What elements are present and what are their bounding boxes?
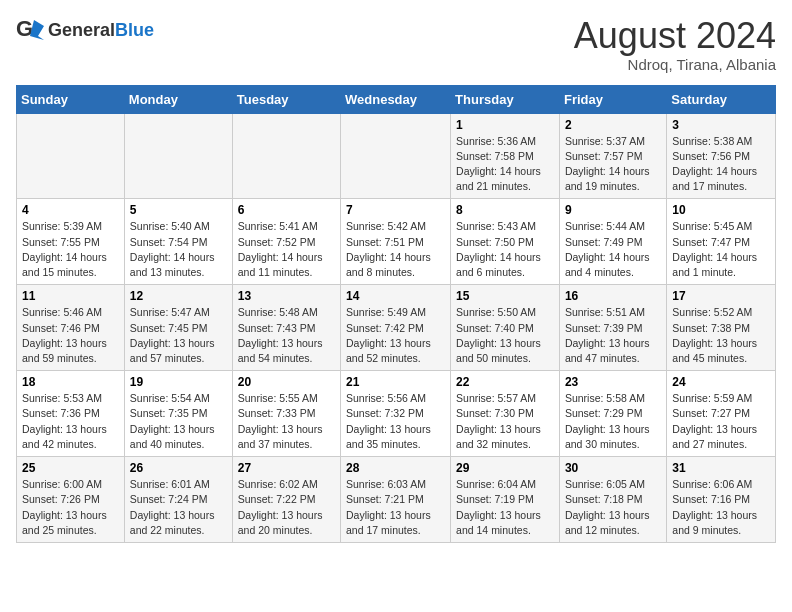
day-header-monday: Monday — [124, 85, 232, 113]
day-number: 18 — [22, 375, 119, 389]
calendar-cell: 28Sunrise: 6:03 AM Sunset: 7:21 PM Dayli… — [341, 457, 451, 543]
day-number: 2 — [565, 118, 661, 132]
svg-text:G: G — [16, 16, 33, 41]
calendar-cell: 6Sunrise: 5:41 AM Sunset: 7:52 PM Daylig… — [232, 199, 340, 285]
day-info: Sunrise: 6:02 AM Sunset: 7:22 PM Dayligh… — [238, 477, 335, 538]
day-number: 23 — [565, 375, 661, 389]
calendar-cell: 17Sunrise: 5:52 AM Sunset: 7:38 PM Dayli… — [667, 285, 776, 371]
calendar-cell: 7Sunrise: 5:42 AM Sunset: 7:51 PM Daylig… — [341, 199, 451, 285]
day-info: Sunrise: 5:52 AM Sunset: 7:38 PM Dayligh… — [672, 305, 770, 366]
calendar-cell: 18Sunrise: 5:53 AM Sunset: 7:36 PM Dayli… — [17, 371, 125, 457]
day-info: Sunrise: 5:41 AM Sunset: 7:52 PM Dayligh… — [238, 219, 335, 280]
day-number: 17 — [672, 289, 770, 303]
day-number: 20 — [238, 375, 335, 389]
day-number: 19 — [130, 375, 227, 389]
calendar-cell: 5Sunrise: 5:40 AM Sunset: 7:54 PM Daylig… — [124, 199, 232, 285]
calendar-week-row: 4Sunrise: 5:39 AM Sunset: 7:55 PM Daylig… — [17, 199, 776, 285]
day-info: Sunrise: 5:43 AM Sunset: 7:50 PM Dayligh… — [456, 219, 554, 280]
day-info: Sunrise: 6:04 AM Sunset: 7:19 PM Dayligh… — [456, 477, 554, 538]
calendar-cell: 9Sunrise: 5:44 AM Sunset: 7:49 PM Daylig… — [559, 199, 666, 285]
calendar-cell: 31Sunrise: 6:06 AM Sunset: 7:16 PM Dayli… — [667, 457, 776, 543]
logo-text-general: General — [48, 20, 115, 40]
day-header-wednesday: Wednesday — [341, 85, 451, 113]
calendar-cell: 1Sunrise: 5:36 AM Sunset: 7:58 PM Daylig… — [451, 113, 560, 199]
day-info: Sunrise: 5:45 AM Sunset: 7:47 PM Dayligh… — [672, 219, 770, 280]
calendar-cell — [341, 113, 451, 199]
calendar-table: SundayMondayTuesdayWednesdayThursdayFrid… — [16, 85, 776, 543]
day-header-sunday: Sunday — [17, 85, 125, 113]
day-info: Sunrise: 5:55 AM Sunset: 7:33 PM Dayligh… — [238, 391, 335, 452]
day-info: Sunrise: 5:38 AM Sunset: 7:56 PM Dayligh… — [672, 134, 770, 195]
day-number: 15 — [456, 289, 554, 303]
calendar-cell — [124, 113, 232, 199]
day-info: Sunrise: 6:01 AM Sunset: 7:24 PM Dayligh… — [130, 477, 227, 538]
day-number: 10 — [672, 203, 770, 217]
day-info: Sunrise: 5:36 AM Sunset: 7:58 PM Dayligh… — [456, 134, 554, 195]
calendar-cell: 15Sunrise: 5:50 AM Sunset: 7:40 PM Dayli… — [451, 285, 560, 371]
calendar-cell: 22Sunrise: 5:57 AM Sunset: 7:30 PM Dayli… — [451, 371, 560, 457]
day-info: Sunrise: 5:58 AM Sunset: 7:29 PM Dayligh… — [565, 391, 661, 452]
calendar-cell: 25Sunrise: 6:00 AM Sunset: 7:26 PM Dayli… — [17, 457, 125, 543]
calendar-cell: 12Sunrise: 5:47 AM Sunset: 7:45 PM Dayli… — [124, 285, 232, 371]
calendar-cell: 21Sunrise: 5:56 AM Sunset: 7:32 PM Dayli… — [341, 371, 451, 457]
day-info: Sunrise: 5:40 AM Sunset: 7:54 PM Dayligh… — [130, 219, 227, 280]
calendar-cell: 2Sunrise: 5:37 AM Sunset: 7:57 PM Daylig… — [559, 113, 666, 199]
day-number: 24 — [672, 375, 770, 389]
day-number: 4 — [22, 203, 119, 217]
month-year-title: August 2024 — [574, 16, 776, 56]
calendar-cell: 26Sunrise: 6:01 AM Sunset: 7:24 PM Dayli… — [124, 457, 232, 543]
day-number: 25 — [22, 461, 119, 475]
calendar-week-row: 1Sunrise: 5:36 AM Sunset: 7:58 PM Daylig… — [17, 113, 776, 199]
day-info: Sunrise: 5:48 AM Sunset: 7:43 PM Dayligh… — [238, 305, 335, 366]
calendar-cell: 20Sunrise: 5:55 AM Sunset: 7:33 PM Dayli… — [232, 371, 340, 457]
day-info: Sunrise: 5:51 AM Sunset: 7:39 PM Dayligh… — [565, 305, 661, 366]
day-number: 29 — [456, 461, 554, 475]
day-number: 7 — [346, 203, 445, 217]
day-info: Sunrise: 5:49 AM Sunset: 7:42 PM Dayligh… — [346, 305, 445, 366]
calendar-cell: 29Sunrise: 6:04 AM Sunset: 7:19 PM Dayli… — [451, 457, 560, 543]
day-info: Sunrise: 6:03 AM Sunset: 7:21 PM Dayligh… — [346, 477, 445, 538]
calendar-cell: 8Sunrise: 5:43 AM Sunset: 7:50 PM Daylig… — [451, 199, 560, 285]
day-number: 22 — [456, 375, 554, 389]
day-info: Sunrise: 5:47 AM Sunset: 7:45 PM Dayligh… — [130, 305, 227, 366]
day-number: 12 — [130, 289, 227, 303]
day-number: 31 — [672, 461, 770, 475]
calendar-cell: 4Sunrise: 5:39 AM Sunset: 7:55 PM Daylig… — [17, 199, 125, 285]
day-number: 30 — [565, 461, 661, 475]
day-info: Sunrise: 5:44 AM Sunset: 7:49 PM Dayligh… — [565, 219, 661, 280]
calendar-header-row: SundayMondayTuesdayWednesdayThursdayFrid… — [17, 85, 776, 113]
calendar-week-row: 18Sunrise: 5:53 AM Sunset: 7:36 PM Dayli… — [17, 371, 776, 457]
day-info: Sunrise: 5:57 AM Sunset: 7:30 PM Dayligh… — [456, 391, 554, 452]
day-info: Sunrise: 5:50 AM Sunset: 7:40 PM Dayligh… — [456, 305, 554, 366]
day-info: Sunrise: 5:42 AM Sunset: 7:51 PM Dayligh… — [346, 219, 445, 280]
day-number: 1 — [456, 118, 554, 132]
calendar-cell: 27Sunrise: 6:02 AM Sunset: 7:22 PM Dayli… — [232, 457, 340, 543]
day-info: Sunrise: 5:53 AM Sunset: 7:36 PM Dayligh… — [22, 391, 119, 452]
calendar-cell: 19Sunrise: 5:54 AM Sunset: 7:35 PM Dayli… — [124, 371, 232, 457]
day-number: 28 — [346, 461, 445, 475]
logo: G GeneralBlue — [16, 16, 154, 44]
day-number: 5 — [130, 203, 227, 217]
day-info: Sunrise: 6:06 AM Sunset: 7:16 PM Dayligh… — [672, 477, 770, 538]
calendar-cell: 23Sunrise: 5:58 AM Sunset: 7:29 PM Dayli… — [559, 371, 666, 457]
calendar-cell: 14Sunrise: 5:49 AM Sunset: 7:42 PM Dayli… — [341, 285, 451, 371]
day-number: 21 — [346, 375, 445, 389]
day-info: Sunrise: 6:05 AM Sunset: 7:18 PM Dayligh… — [565, 477, 661, 538]
day-header-friday: Friday — [559, 85, 666, 113]
calendar-cell — [232, 113, 340, 199]
day-info: Sunrise: 5:59 AM Sunset: 7:27 PM Dayligh… — [672, 391, 770, 452]
logo-icon: G — [16, 16, 44, 44]
day-number: 11 — [22, 289, 119, 303]
day-info: Sunrise: 6:00 AM Sunset: 7:26 PM Dayligh… — [22, 477, 119, 538]
calendar-cell: 24Sunrise: 5:59 AM Sunset: 7:27 PM Dayli… — [667, 371, 776, 457]
day-number: 26 — [130, 461, 227, 475]
day-number: 9 — [565, 203, 661, 217]
day-number: 6 — [238, 203, 335, 217]
page-header: G GeneralBlue August 2024 Ndroq, Tirana,… — [16, 16, 776, 73]
calendar-cell: 11Sunrise: 5:46 AM Sunset: 7:46 PM Dayli… — [17, 285, 125, 371]
day-number: 16 — [565, 289, 661, 303]
calendar-cell — [17, 113, 125, 199]
day-info: Sunrise: 5:39 AM Sunset: 7:55 PM Dayligh… — [22, 219, 119, 280]
calendar-cell: 13Sunrise: 5:48 AM Sunset: 7:43 PM Dayli… — [232, 285, 340, 371]
day-number: 13 — [238, 289, 335, 303]
